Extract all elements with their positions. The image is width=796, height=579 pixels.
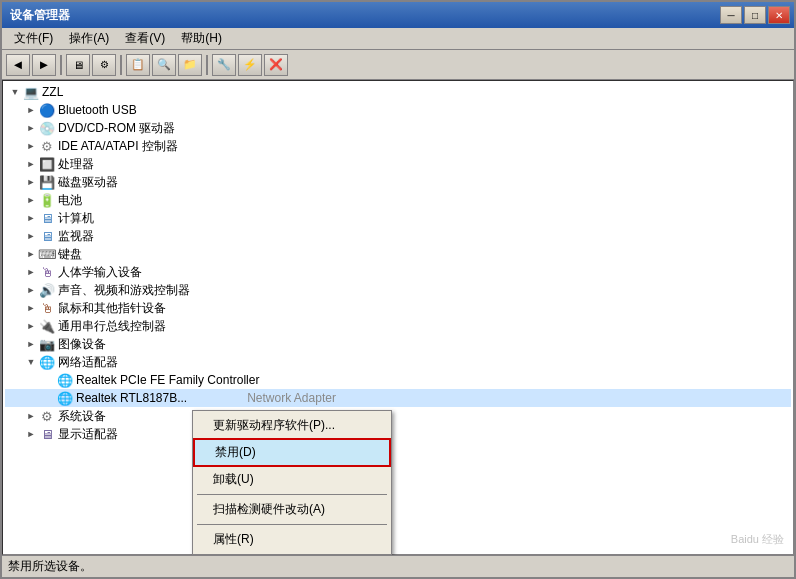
menu-bar: 文件(F) 操作(A) 查看(V) 帮助(H) [2, 28, 794, 50]
tree-item-bluetooth[interactable]: ► 🔵 Bluetooth USB [5, 101, 791, 119]
status-text: 禁用所选设备。 [8, 558, 92, 575]
maximize-button[interactable]: □ [744, 6, 766, 24]
tree-item-network[interactable]: ▼ 🌐 网络适配器 [5, 353, 791, 371]
battery-expander[interactable]: ► [23, 192, 39, 208]
system-expander[interactable]: ► [23, 408, 39, 424]
battery-icon: 🔋 [39, 192, 55, 208]
ctx-separator2 [197, 524, 387, 525]
minimize-button[interactable]: ─ [720, 6, 742, 24]
human-input-expander[interactable]: ► [23, 264, 39, 280]
ide-icon: ⚙ [39, 138, 55, 154]
human-input-icon: 🖱 [39, 264, 55, 280]
close-button[interactable]: ✕ [768, 6, 790, 24]
keyboard-label: 键盘 [58, 246, 82, 263]
serial-label: 通用串行总线控制器 [58, 318, 166, 335]
tree-item-disk[interactable]: ► 💾 磁盘驱动器 [5, 173, 791, 191]
tree-item-ide[interactable]: ► ⚙ IDE ATA/ATAPI 控制器 [5, 137, 791, 155]
tree-item-battery[interactable]: ► 🔋 电池 [5, 191, 791, 209]
image-expander[interactable]: ► [23, 336, 39, 352]
toolbar-btn-1[interactable]: 🖥 [66, 54, 90, 76]
tree-root[interactable]: ▼ 💻 ZZL [5, 83, 791, 101]
tree-item-dvd[interactable]: ► 💿 DVD/CD-ROM 驱动器 [5, 119, 791, 137]
realtek-pcie-label: Realtek PCIe FE Family Controller [76, 373, 259, 387]
baidu-watermark: Baidu 经验 [731, 532, 784, 547]
title-bar: 设备管理器 ─ □ ✕ [2, 2, 794, 28]
back-button[interactable]: ◄ [6, 54, 30, 76]
display-label: 显示适配器 [58, 426, 118, 443]
bluetooth-label: Bluetooth USB [58, 103, 137, 117]
ctx-scan[interactable]: 扫描检测硬件改动(A) [193, 497, 391, 522]
forward-button[interactable]: ► [32, 54, 56, 76]
menu-action[interactable]: 操作(A) [61, 28, 117, 49]
ctx-disable[interactable]: 禁用(D) [193, 438, 391, 467]
tree-item-realtek-pcie[interactable]: 🌐 Realtek PCIe FE Family Controller [5, 371, 791, 389]
system-icon: ⚙ [39, 408, 55, 424]
tree-item-computer[interactable]: ► 🖥 计算机 [5, 209, 791, 227]
serial-icon: 🔌 [39, 318, 55, 334]
tree-item-keyboard[interactable]: ► ⌨ 键盘 [5, 245, 791, 263]
computer-icon2: 🖥 [39, 210, 55, 226]
device-tree[interactable]: ▼ 💻 ZZL ► 🔵 Bluetooth USB ► 💿 DVD/CD-ROM… [2, 80, 794, 555]
root-expander[interactable]: ▼ [7, 84, 23, 100]
tree-item-serial[interactable]: ► 🔌 通用串行总线控制器 [5, 317, 791, 335]
toolbar-sep-3 [206, 55, 208, 75]
tree-item-human-input[interactable]: ► 🖱 人体学输入设备 [5, 263, 791, 281]
disk-label: 磁盘驱动器 [58, 174, 118, 191]
menu-help[interactable]: 帮助(H) [173, 28, 230, 49]
tree-item-sound[interactable]: ► 🔊 声音、视频和游戏控制器 [5, 281, 791, 299]
computer-label: 计算机 [58, 210, 94, 227]
tree-item-cpu[interactable]: ► 🔲 处理器 [5, 155, 791, 173]
content-area: ▼ 💻 ZZL ► 🔵 Bluetooth USB ► 💿 DVD/CD-ROM… [2, 80, 794, 555]
toolbar-btn-8[interactable]: ❌ [264, 54, 288, 76]
realtek-rtl-suffix: Network Adapter [247, 391, 336, 405]
toolbar-btn-7[interactable]: ⚡ [238, 54, 262, 76]
monitor-icon: 🖥 [39, 228, 55, 244]
network-expander[interactable]: ▼ [23, 354, 39, 370]
mouse-label: 鼠标和其他指针设备 [58, 300, 166, 317]
status-bar: 禁用所选设备。 [2, 555, 794, 577]
menu-view[interactable]: 查看(V) [117, 28, 173, 49]
toolbar-sep-2 [120, 55, 122, 75]
dvd-label: DVD/CD-ROM 驱动器 [58, 120, 175, 137]
realtek-pcie-expander [41, 372, 57, 388]
realtek-rtl-expander [41, 390, 57, 406]
network-icon: 🌐 [39, 354, 55, 370]
sound-expander[interactable]: ► [23, 282, 39, 298]
monitor-expander[interactable]: ► [23, 228, 39, 244]
title-bar-buttons: ─ □ ✕ [720, 6, 790, 24]
human-input-label: 人体学输入设备 [58, 264, 142, 281]
toolbar-btn-6[interactable]: 🔧 [212, 54, 236, 76]
toolbar-btn-3[interactable]: 📋 [126, 54, 150, 76]
serial-expander[interactable]: ► [23, 318, 39, 334]
bluetooth-expander[interactable]: ► [23, 102, 39, 118]
menu-file[interactable]: 文件(F) [6, 28, 61, 49]
toolbar-sep-1 [60, 55, 62, 75]
network-label: 网络适配器 [58, 354, 118, 371]
battery-label: 电池 [58, 192, 82, 209]
tree-item-display[interactable]: ► 🖥 显示适配器 [5, 425, 791, 443]
mouse-expander[interactable]: ► [23, 300, 39, 316]
realtek-rtl-icon: 🌐 [57, 390, 73, 406]
dvd-expander[interactable]: ► [23, 120, 39, 136]
toolbar-btn-2[interactable]: ⚙ [92, 54, 116, 76]
toolbar-btn-4[interactable]: 🔍 [152, 54, 176, 76]
tree-item-monitor[interactable]: ► 🖥 监视器 [5, 227, 791, 245]
realtek-pcie-icon: 🌐 [57, 372, 73, 388]
ctx-update-driver[interactable]: 更新驱动程序软件(P)... [193, 413, 391, 438]
system-label: 系统设备 [58, 408, 106, 425]
disk-expander[interactable]: ► [23, 174, 39, 190]
ide-expander[interactable]: ► [23, 138, 39, 154]
display-expander[interactable]: ► [23, 426, 39, 442]
window-title: 设备管理器 [6, 7, 720, 24]
tree-item-system[interactable]: ► ⚙ 系统设备 [5, 407, 791, 425]
tree-item-mouse[interactable]: ► 🖱 鼠标和其他指针设备 [5, 299, 791, 317]
tree-item-image[interactable]: ► 📷 图像设备 [5, 335, 791, 353]
tree-item-realtek-rtl[interactable]: 🌐 Realtek RTL8187B... Network Adapter [5, 389, 791, 407]
ctx-uninstall[interactable]: 卸载(U) [193, 467, 391, 492]
toolbar-btn-5[interactable]: 📁 [178, 54, 202, 76]
cpu-expander[interactable]: ► [23, 156, 39, 172]
computer-expander[interactable]: ► [23, 210, 39, 226]
ctx-properties[interactable]: 属性(R) [193, 527, 391, 552]
toolbar: ◄ ► 🖥 ⚙ 📋 🔍 📁 🔧 ⚡ ❌ [2, 50, 794, 80]
device-manager-window: 设备管理器 ─ □ ✕ 文件(F) 操作(A) 查看(V) 帮助(H) ◄ ► … [0, 0, 796, 579]
